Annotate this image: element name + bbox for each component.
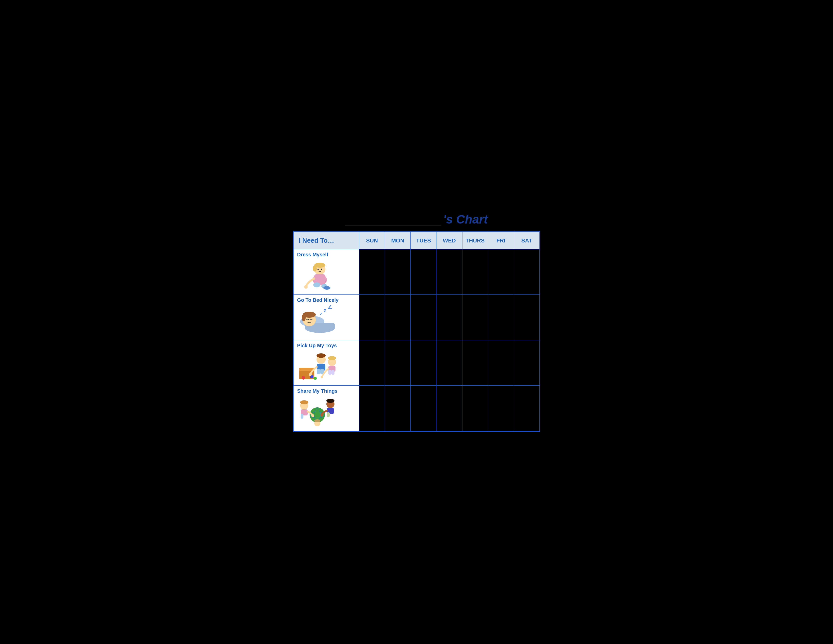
day-cell-share-sat[interactable] — [514, 386, 539, 431]
svg-point-9 — [323, 286, 330, 290]
task-image-dress-myself — [297, 259, 338, 290]
day-cell-dress-wed[interactable] — [436, 249, 462, 295]
task-label-share-things: Share My Things — [297, 388, 355, 394]
day-cell-toys-tues[interactable] — [411, 340, 436, 386]
title-row: 's Chart — [293, 213, 540, 226]
svg-point-24 — [314, 377, 317, 380]
day-cell-toys-fri[interactable] — [488, 340, 514, 386]
day-header-sat: SAT — [514, 232, 539, 249]
svg-point-40 — [300, 400, 308, 404]
svg-text:Z: Z — [328, 305, 332, 311]
day-cell-share-tues[interactable] — [411, 386, 436, 431]
svg-point-43 — [311, 414, 314, 417]
chart-title: 's Chart — [443, 213, 488, 226]
svg-point-7 — [313, 282, 320, 287]
day-cell-share-fri[interactable] — [488, 386, 514, 431]
task-cell-go-to-bed: Go To Bed Nicely — [294, 295, 359, 340]
task-row-share-things: Share My Things — [294, 386, 540, 431]
day-cell-dress-thurs[interactable] — [462, 249, 488, 295]
task-image-share-things — [297, 396, 338, 426]
svg-text:z: z — [323, 307, 326, 313]
task-label-dress-myself: Dress Myself — [297, 252, 355, 258]
svg-point-5 — [321, 269, 322, 270]
task-cell-dress-myself: Dress Myself — [294, 249, 359, 295]
svg-rect-47 — [327, 412, 330, 417]
svg-point-4 — [318, 269, 319, 270]
day-header-mon: MON — [385, 232, 411, 249]
day-cell-dress-sat[interactable] — [514, 249, 539, 295]
task-image-pick-up-toys — [297, 351, 338, 381]
svg-point-26 — [317, 353, 326, 358]
svg-point-30 — [309, 373, 312, 376]
task-cell-pick-up-toys: Pick Up My Toys — [294, 340, 359, 386]
day-cell-dress-fri[interactable] — [488, 249, 514, 295]
svg-point-10 — [304, 285, 308, 289]
day-cell-dress-mon[interactable] — [385, 249, 411, 295]
svg-point-22 — [302, 376, 305, 380]
day-cell-toys-sat[interactable] — [514, 340, 539, 386]
day-header-thurs: THURS — [462, 232, 488, 249]
day-cell-bed-thurs[interactable] — [462, 295, 488, 340]
name-line[interactable] — [345, 216, 441, 226]
task-row-go-to-bed: Go To Bed Nicely — [294, 295, 540, 340]
svg-point-50 — [314, 419, 320, 422]
header-row: I Need To… SUN MON TUES WED THURS FRI SA… — [294, 232, 540, 249]
day-cell-bed-fri[interactable] — [488, 295, 514, 340]
svg-point-48 — [320, 414, 323, 417]
day-cell-toys-sun[interactable] — [359, 340, 385, 386]
day-cell-toys-mon[interactable] — [385, 340, 411, 386]
day-header-sun: SUN — [359, 232, 385, 249]
day-cell-bed-mon[interactable] — [385, 295, 411, 340]
day-header-tues: TUES — [411, 232, 436, 249]
day-cell-dress-tues[interactable] — [411, 249, 436, 295]
chart-container: I Need To… SUN MON TUES WED THURS FRI SA… — [293, 231, 540, 431]
svg-rect-34 — [328, 370, 331, 375]
day-header-fri: FRI — [488, 232, 514, 249]
task-label-go-to-bed: Go To Bed Nicely — [297, 297, 355, 303]
chore-chart-table: I Need To… SUN MON TUES WED THURS FRI SA… — [293, 232, 540, 431]
day-cell-dress-sun[interactable] — [359, 249, 385, 295]
svg-rect-42 — [301, 414, 304, 419]
day-cell-share-mon[interactable] — [385, 386, 411, 431]
day-cell-share-thurs[interactable] — [462, 386, 488, 431]
task-column-header: I Need To… — [294, 232, 359, 249]
task-row-pick-up-toys: Pick Up My Toys — [294, 340, 540, 386]
day-cell-share-sun[interactable] — [359, 386, 385, 431]
day-cell-bed-sat[interactable] — [514, 295, 539, 340]
day-cell-toys-wed[interactable] — [436, 340, 462, 386]
svg-point-16 — [302, 314, 306, 321]
svg-rect-35 — [331, 370, 334, 375]
page: 's Chart I Need To… SUN MON TUES WED THU… — [278, 202, 555, 442]
day-cell-toys-thurs[interactable] — [462, 340, 488, 386]
day-cell-bed-tues[interactable] — [411, 295, 436, 340]
svg-point-36 — [321, 376, 323, 378]
task-image-go-to-bed: z z Z — [297, 305, 338, 335]
svg-rect-28 — [317, 369, 320, 374]
day-cell-bed-sun[interactable] — [359, 295, 385, 340]
task-label-pick-up-toys: Pick Up My Toys — [297, 343, 355, 349]
svg-point-3 — [313, 266, 317, 272]
svg-point-32 — [328, 356, 336, 360]
svg-text:z: z — [320, 311, 322, 316]
svg-rect-6 — [314, 274, 325, 282]
day-cell-bed-wed[interactable] — [436, 295, 462, 340]
task-row-dress-myself: Dress Myself — [294, 249, 540, 295]
task-cell-share-things: Share My Things — [294, 386, 359, 431]
day-cell-share-wed[interactable] — [436, 386, 462, 431]
svg-point-45 — [326, 399, 334, 403]
day-header-wed: WED — [436, 232, 462, 249]
